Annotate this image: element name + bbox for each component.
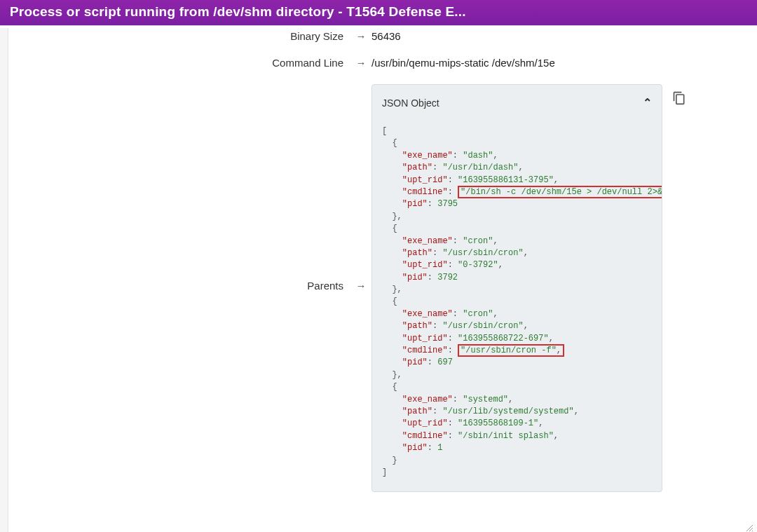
label-command-line: Command Line (14, 55, 350, 71)
label-binary-size: Binary Size (14, 28, 350, 45)
json-panel: JSON Object ⌃ [ { "exe_name": "dash", "p… (371, 84, 662, 492)
arrow-icon: → (350, 28, 371, 45)
json-panel-body: [ { "exe_name": "dash", "path": "/usr/bi… (372, 118, 662, 491)
json-panel-header[interactable]: JSON Object ⌃ (372, 85, 662, 118)
row-command-line: Command Line → /usr/bin/qemu-mips-static… (14, 55, 743, 71)
page-title-bar: Process or script running from /dev/shm … (0, 0, 757, 25)
value-parents: JSON Object ⌃ [ { "exe_name": "dash", "p… (371, 81, 743, 492)
chevron-up-icon[interactable]: ⌃ (643, 95, 652, 111)
row-parents: Parents → JSON Object ⌃ [ { "exe_name": … (14, 81, 743, 492)
arrow-icon: → (350, 55, 371, 71)
json-panel-wrapper: JSON Object ⌃ [ { "exe_name": "dash", "p… (371, 84, 662, 492)
left-gutter (0, 28, 8, 532)
row-binary-size: Binary Size → 56436 (14, 28, 743, 45)
json-panel-title: JSON Object (382, 95, 439, 111)
value-binary-size: 56436 (371, 28, 743, 45)
copy-icon[interactable] (672, 91, 686, 105)
page-title: Process or script running from /dev/shm … (10, 4, 466, 19)
label-parents: Parents (14, 278, 350, 294)
resize-handle-icon (744, 523, 753, 531)
value-command-line: /usr/bin/qemu-mips-static /dev/shm/15e (371, 55, 743, 71)
page-body: Binary Size → 56436 Command Line → /usr/… (0, 28, 757, 532)
arrow-icon: → (350, 278, 371, 294)
